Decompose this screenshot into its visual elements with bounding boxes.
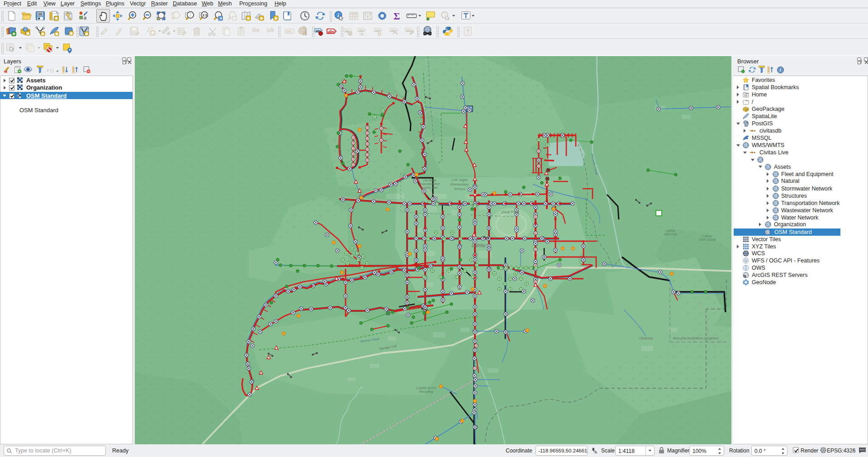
svg-text:a: a [84, 15, 87, 20]
svg-text:abc: abc [391, 29, 397, 33]
svg-text:Creamery: Creamery [639, 337, 653, 340]
svg-text:i: i [780, 68, 781, 72]
svg-text:Recycling: Recycling [419, 390, 433, 394]
svg-text:manufactured: manufactured [420, 182, 440, 186]
svg-text:School: School [454, 187, 465, 191]
svg-text:abc: abc [328, 29, 335, 34]
svg-text:Σ: Σ [394, 10, 400, 21]
svg-text:abc: abc [375, 29, 381, 33]
svg-text:Val Marie: Val Marie [423, 179, 436, 182]
svg-text:Golf Course: Golf Course [699, 238, 716, 241]
svg-text:abc: abc [406, 29, 412, 33]
svg-text:Lumby: Lumby [472, 243, 486, 248]
svg-text:Lumby: Lumby [665, 229, 675, 233]
svg-text:homes park: homes park [422, 186, 438, 190]
svg-text:Oval Park: Oval Park [501, 210, 519, 214]
svg-text:Golf Club: Golf Club [664, 233, 677, 236]
svg-text:abc: abc [286, 29, 292, 33]
svg-text:CJEAR AUTO: CJEAR AUTO [416, 386, 436, 390]
svg-text:Elementary: Elementary [451, 182, 469, 186]
svg-text:Lumby: Lumby [702, 234, 712, 238]
svg-text:1:1: 1:1 [202, 13, 207, 17]
svg-text:Area (Electoral)/West Creighto: Area (Electoral)/West Creighton) [672, 337, 718, 340]
svg-text:?: ? [466, 29, 470, 35]
svg-text:J.W. Inglis: J.W. Inglis [451, 178, 468, 182]
svg-text:abc: abc [359, 29, 365, 33]
svg-text:ε: ε [47, 67, 49, 72]
